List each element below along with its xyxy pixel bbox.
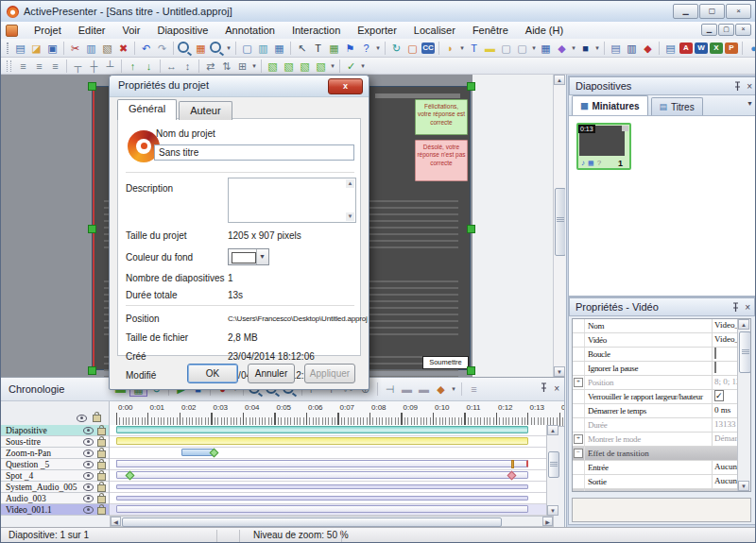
- lock-column-icon[interactable]: [93, 415, 101, 422]
- track-name-audio-003[interactable]: Audio_003: [1, 493, 109, 504]
- dropdown-arrow-icon[interactable]: ▾: [570, 44, 577, 52]
- property-row-nom[interactable]: NomVideo_001: [573, 319, 750, 333]
- sync-icon[interactable]: ↻: [388, 41, 404, 56]
- export-pdf-icon[interactable]: A: [679, 42, 693, 54]
- visibility-icon[interactable]: [83, 472, 94, 480]
- selection-handle-bottom-right[interactable]: [467, 366, 475, 375]
- apply-button[interactable]: Appliquer: [304, 364, 355, 383]
- align-left-icon[interactable]: ≡: [15, 59, 31, 74]
- checkbox[interactable]: [714, 362, 716, 373]
- selection-handle-mid-left[interactable]: [88, 225, 96, 233]
- align-middle-icon[interactable]: ┼: [86, 59, 102, 74]
- visibility-icon[interactable]: [83, 484, 94, 491]
- tab-titres[interactable]: ▤Titres: [651, 97, 703, 115]
- timeline-vertical-scrollbar[interactable]: ▲ ▼: [546, 425, 558, 516]
- timeline-bar[interactable]: [116, 471, 528, 479]
- dropdown-arrow-icon[interactable]: ▾: [593, 44, 601, 52]
- capture-full-icon[interactable]: ▦: [271, 41, 287, 56]
- child-close-button[interactable]: ×: [735, 24, 751, 36]
- align-bottom-icon[interactable]: ┴: [102, 59, 118, 74]
- property-row-sortie[interactable]: SortieAucun: [573, 475, 750, 489]
- flag-annotation-icon[interactable]: ⚑: [342, 41, 358, 56]
- visibility-icon[interactable]: [83, 495, 94, 502]
- scroll-left-arrow[interactable]: ◀: [111, 517, 121, 526]
- track-lane-system-audio-005[interactable]: [110, 482, 546, 493]
- feedback-wrong-box[interactable]: Désolé, votre réponse n'est pas correcte: [415, 140, 468, 181]
- property-row-d-marrer-le-temps[interactable]: Démarrer le temps0 ms: [573, 404, 750, 418]
- property-grid-scrollbar[interactable]: ▲ ▼: [737, 319, 750, 491]
- capture-region-icon[interactable]: ▥: [255, 41, 271, 56]
- align-right-icon[interactable]: ≡: [47, 59, 63, 74]
- color-block-icon[interactable]: ■: [577, 41, 593, 56]
- track-lane-audio-003[interactable]: [110, 493, 546, 504]
- visibility-icon[interactable]: [83, 427, 94, 434]
- visibility-column-icon[interactable]: [77, 415, 87, 422]
- capture-resize-icon[interactable]: ▦: [193, 41, 209, 56]
- minimize-button[interactable]: ▁: [673, 4, 698, 19]
- track-name-sous-titre[interactable]: Sous-titre: [1, 436, 109, 448]
- property-row-accessibilit[interactable]: −Accessibilité: [573, 489, 750, 492]
- lock-icon[interactable]: [97, 507, 106, 515]
- scrollbar-thumb[interactable]: [122, 518, 502, 527]
- tab-general[interactable]: Général: [117, 99, 177, 120]
- text-box-icon[interactable]: T: [466, 41, 482, 56]
- distribute-horizontal-icon[interactable]: ⇄: [202, 59, 218, 74]
- lock-icon[interactable]: [97, 439, 106, 447]
- track-name-diapositive[interactable]: Diapositive: [1, 425, 109, 436]
- scrollbar-thumb[interactable]: [555, 188, 565, 256]
- dropdown-arrow-icon[interactable]: ▾: [359, 62, 367, 70]
- dropdown-arrow-icon[interactable]: ▾: [530, 44, 538, 52]
- lock-icon[interactable]: [97, 450, 106, 458]
- track-name-spot-4[interactable]: Spot _4: [1, 470, 109, 482]
- send-backward-icon[interactable]: ↓: [141, 59, 157, 74]
- property-row-dur-e[interactable]: Durée13133 ms: [573, 418, 750, 433]
- scrollbar-thumb[interactable]: [548, 451, 559, 478]
- new-slide-other-icon[interactable]: ▧: [313, 59, 329, 74]
- cut-icon[interactable]: ✂: [67, 41, 83, 56]
- description-textarea[interactable]: ▲ ▼: [228, 178, 356, 223]
- menu-aide-h[interactable]: Aide (H): [517, 24, 572, 37]
- menu-projet[interactable]: Projet: [26, 24, 70, 37]
- property-row-montrer-le-mode[interactable]: +Montrer le modeDémar: [573, 433, 750, 447]
- visibility-icon[interactable]: [83, 438, 94, 446]
- timeline-marker-tick-orange[interactable]: [511, 460, 514, 468]
- panel-close-icon[interactable]: ×: [747, 80, 752, 93]
- video-insert-icon[interactable]: ▦: [538, 41, 554, 56]
- menu-diapositive[interactable]: Diapositive: [148, 24, 216, 37]
- dropdown-arrow-icon[interactable]: ▾: [329, 62, 336, 70]
- property-row-vid-o[interactable]: VidéoVideo_001: [573, 333, 750, 348]
- publish-web-icon[interactable]: ●: [746, 41, 756, 56]
- property-row-effet-de-transition[interactable]: −Effet de transition: [573, 447, 750, 461]
- panel-close-icon[interactable]: ×: [554, 382, 559, 395]
- pin-icon[interactable]: [540, 382, 548, 393]
- dropdown-arrow-icon[interactable]: ▾: [450, 385, 457, 393]
- distribute-vertical-icon[interactable]: ⇅: [218, 59, 234, 74]
- lock-icon[interactable]: [97, 473, 106, 481]
- cancel-button[interactable]: Annuler: [248, 364, 295, 383]
- undo-icon[interactable]: ↶: [138, 41, 154, 56]
- lock-icon[interactable]: [97, 496, 106, 503]
- property-row-ignorer-la-pause[interactable]: Ignorer la pause: [573, 362, 750, 376]
- selection-handle-top-right[interactable]: [467, 82, 475, 91]
- help-icon[interactable]: ?: [358, 41, 374, 56]
- export-style-icon[interactable]: ◆: [640, 41, 656, 56]
- export-image-icon[interactable]: ▥: [624, 41, 640, 56]
- track-lane-spot-4[interactable]: [110, 470, 546, 482]
- align-top-icon[interactable]: ┬: [70, 59, 86, 74]
- tabs-overflow-arrow[interactable]: ▼: [747, 100, 753, 107]
- property-row-boucle[interactable]: Boucle: [573, 348, 750, 362]
- range-start-icon[interactable]: ▬: [399, 382, 415, 397]
- property-row-verrouiller-le-rapport-largeur-hauteur[interactable]: Verrouiller le rapport largeur/hauteur✓: [573, 390, 750, 404]
- capture-window-icon[interactable]: ▢: [239, 41, 255, 56]
- dropdown-arrow-icon[interactable]: ▾: [374, 44, 382, 52]
- frame-icon[interactable]: ▢: [498, 41, 514, 56]
- menu-annotation[interactable]: Annotation: [216, 24, 284, 37]
- zoom-icon[interactable]: [209, 41, 225, 56]
- sticky-note-icon[interactable]: ▬: [482, 41, 498, 56]
- menu-voir[interactable]: Voir: [114, 24, 149, 37]
- visibility-icon[interactable]: [83, 450, 94, 457]
- scroll-down-arrow[interactable]: ▼: [738, 481, 749, 491]
- track-name-question-5[interactable]: Question _5: [1, 459, 109, 470]
- property-row-position[interactable]: +Position8; 0; 12: [573, 376, 750, 390]
- grid-options-icon[interactable]: ⊞: [234, 59, 250, 74]
